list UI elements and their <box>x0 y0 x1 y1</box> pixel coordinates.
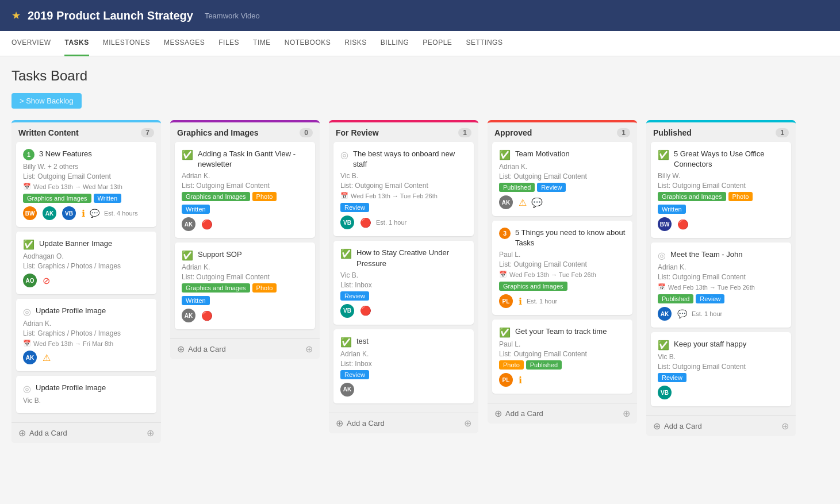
card-support-sop[interactable]: ✅ Support SOP Adrian K. List: Outgoing E… <box>175 243 315 329</box>
add-card-written[interactable]: ⊕ Add a Card ⊕ <box>11 422 161 443</box>
add-card-published[interactable]: ⊕ Add a Card ⊕ <box>646 415 796 436</box>
card-person: Adrian K. <box>182 172 308 180</box>
move-icon: ⊕ <box>781 421 789 432</box>
card-meta: AK ⚠ <box>23 351 149 364</box>
card-5-things[interactable]: 3 5 Things you need to know about Tasks … <box>492 221 632 315</box>
nav-settings[interactable]: SETTINGS <box>466 31 503 56</box>
tag-published: Published <box>499 183 535 192</box>
column-approved: Approved 1 ✅ Team Motivation Adrian K. L… <box>488 120 637 424</box>
warn-icon: ℹ <box>519 375 522 386</box>
card-date: 📅 Wed Feb 13th → Tue Feb 26th <box>658 283 784 291</box>
card-update-profile-2[interactable]: ◎ Update Profile Image Vic B. <box>16 376 156 413</box>
card-tags: Graphics and Images Photo <box>658 192 784 201</box>
card-title: Update Profile Image <box>36 383 106 393</box>
card-meta: AK <box>340 383 467 397</box>
card-person: Adrian K. <box>182 263 308 271</box>
card-keep-staff-happy[interactable]: ✅ Keep your staff happy Vic B. List: Out… <box>651 332 791 406</box>
add-icon: ⊕ <box>653 421 661 432</box>
card-person: Vic B. <box>340 271 467 279</box>
nav-billing[interactable]: BILLING <box>381 31 409 56</box>
add-card-graphics[interactable]: ⊕ Add a Card ⊕ <box>170 338 320 359</box>
card-update-profile-1[interactable]: ◎ Update Profile Image Adrian K. List: G… <box>16 299 156 371</box>
add-card-review[interactable]: ⊕ Add a Card ⊕ <box>329 413 478 433</box>
card-meta: AK ⚠ 💬 <box>499 195 626 209</box>
chat-icon: 💬 <box>677 309 687 318</box>
move-icon: ⊕ <box>623 408 630 419</box>
column-count-written: 7 <box>141 128 154 137</box>
nav-people[interactable]: PEOPLE <box>423 31 452 56</box>
card-title: test <box>356 336 369 347</box>
calendar-icon: 📅 <box>658 283 666 291</box>
add-icon: ⊕ <box>18 428 26 438</box>
column-header-review: For Review 1 <box>329 122 478 142</box>
card-onboard-new-staff[interactable]: ◎ The best ways to onboard new staff Vic… <box>333 142 474 236</box>
task-number-icon: 1 <box>23 149 34 160</box>
card-header: ◎ Update Profile Image <box>23 383 149 394</box>
avatar-ak: AK <box>340 383 354 397</box>
tag-review: Review <box>340 203 369 212</box>
card-team-motivation[interactable]: ✅ Team Motivation Adrian K. List: Outgoi… <box>492 142 632 216</box>
project-title: 2019 Product Launch Strategy <box>28 9 193 22</box>
est-text: Est. 1 hour <box>376 219 406 226</box>
card-meet-team-john[interactable]: ◎ Meet the Team - John Adrian K. List: O… <box>651 243 791 328</box>
card-list: List: Outgoing Email Content <box>658 273 784 281</box>
card-update-banner[interactable]: ✅ Update Banner Image Aodhagan O. List: … <box>16 232 156 294</box>
nav-bar: OVERVIEW TASKS MILESTONES MESSAGES FILES… <box>0 31 840 56</box>
card-person: Aodhagan O. <box>23 252 149 260</box>
tag-graphics-images: Graphics and Images <box>23 194 91 203</box>
complete-icon: ✅ <box>340 248 352 259</box>
column-for-review: For Review 1 ◎ The best ways to onboard … <box>329 120 478 433</box>
card-date: 📅 Wed Feb 13th → Tue Feb 26th <box>340 192 467 199</box>
card-person: Billy W. + 2 others <box>23 163 149 171</box>
card-list: List: Outgoing Email Content <box>182 182 308 190</box>
complete-icon: ✅ <box>658 149 669 160</box>
nav-milestones[interactable]: MILESTONES <box>103 31 150 56</box>
card-stay-creative[interactable]: ✅ How to Stay Creative Under Pressure Vi… <box>333 241 474 324</box>
card-header: ✅ Adding a Task in Gantt View - newslett… <box>182 149 308 170</box>
card-header: ✅ test <box>340 336 467 348</box>
card-title: Meet the Team - John <box>670 249 743 260</box>
card-title: The best ways to onboard new staff <box>353 149 467 170</box>
tag-review: Review <box>537 183 566 192</box>
card-list: List: Outgoing Email Content <box>340 182 467 190</box>
tasks-board: Written Content 7 1 3 New Features Billy… <box>11 120 829 455</box>
complete-icon: ✅ <box>182 149 193 160</box>
card-title: How to Stay Creative Under Pressure <box>356 248 467 268</box>
card-5-great-ways[interactable]: ✅ 5 Great Ways to Use Office Connectors … <box>651 142 791 238</box>
card-test[interactable]: ✅ test Adrian K. List: Inbox Review AK <box>333 329 474 403</box>
card-person: Paul L. <box>499 340 626 348</box>
card-adding-task-gantt[interactable]: ✅ Adding a Task in Gantt View - newslett… <box>175 142 315 238</box>
card-person: Vic B. <box>23 397 149 405</box>
card-track-time[interactable]: ✅ Get your Team to track time Paul L. Li… <box>492 320 632 394</box>
page-content: Tasks Board > Show Backlog Written Conte… <box>0 56 840 466</box>
calendar-icon: 📅 <box>23 340 31 347</box>
card-tags: Review <box>340 370 467 379</box>
card-tags: Graphics and Images <box>499 282 626 291</box>
card-list: List: Graphics / Photos / Images <box>23 329 149 337</box>
nav-overview[interactable]: OVERVIEW <box>11 31 51 56</box>
card-list: List: Outgoing Email Content <box>23 172 149 180</box>
complete-icon: ✅ <box>340 337 352 348</box>
card-meta: AK 💬 Est. 1 hour <box>658 307 784 321</box>
column-count-graphics: 0 <box>300 128 313 137</box>
card-tags: Review <box>340 291 467 301</box>
card-person: Adrian K. <box>499 163 626 171</box>
column-body-approved: ✅ Team Motivation Adrian K. List: Outgoi… <box>488 142 637 403</box>
card-header: ✅ 5 Great Ways to Use Office Connectors <box>658 149 784 170</box>
nav-messages[interactable]: MESSAGES <box>164 31 205 56</box>
card-header: ◎ The best ways to onboard new staff <box>340 149 467 170</box>
show-backlog-button[interactable]: > Show Backlog <box>11 93 82 109</box>
nav-files[interactable]: FILES <box>218 31 239 56</box>
nav-time[interactable]: TIME <box>253 31 271 56</box>
page-title: Tasks Board <box>11 68 829 84</box>
column-body-published: ✅ 5 Great Ways to Use Office Connectors … <box>646 142 796 415</box>
card-list: List: Graphics / Photos / Images <box>23 262 149 270</box>
card-header: ◎ Meet the Team - John <box>658 249 784 261</box>
nav-notebooks[interactable]: NOTEBOOKS <box>285 31 331 56</box>
nav-tasks[interactable]: TASKS <box>64 31 89 56</box>
calendar-icon: 📅 <box>340 192 348 199</box>
add-card-approved[interactable]: ⊕ Add a Card ⊕ <box>488 403 637 424</box>
card-list: List: Inbox <box>340 360 467 368</box>
card-3-new-features[interactable]: 1 3 New Features Billy W. + 2 others Lis… <box>16 142 156 227</box>
nav-risks[interactable]: RISKS <box>344 31 367 56</box>
